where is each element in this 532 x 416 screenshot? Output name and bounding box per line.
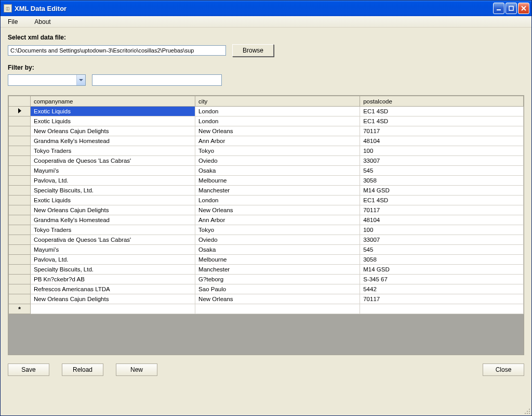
table-row[interactable]: New Orleans Cajun DelightsNew Orleans701… xyxy=(9,126,524,136)
cell-city[interactable]: Melbourne xyxy=(195,255,360,265)
cell-city[interactable]: Ann Arbor xyxy=(195,215,360,225)
browse-button[interactable]: Browse xyxy=(232,44,274,57)
table-row[interactable]: Mayumi'sOsaka545 xyxy=(9,245,524,255)
cell-postalcode[interactable]: 70117 xyxy=(360,126,524,136)
row-header[interactable] xyxy=(9,136,31,146)
table-row[interactable]: PB Kn?ckebr?d ABG?teborgS-345 67 xyxy=(9,275,524,284)
cell-companyname[interactable]: New Orleans Cajun Delights xyxy=(31,126,195,136)
resize-grip-icon[interactable] xyxy=(523,407,530,414)
table-row[interactable]: Pavlova, Ltd.Melbourne3058 xyxy=(9,176,524,186)
cell-postalcode[interactable]: 3058 xyxy=(360,176,524,186)
cell-city[interactable]: G?teborg xyxy=(195,275,360,284)
cell-city[interactable]: New Orleans xyxy=(195,126,360,136)
cell-postalcode[interactable]: EC1 4SD xyxy=(360,196,524,205)
cell-postalcode[interactable] xyxy=(360,304,524,314)
cell-postalcode[interactable]: 48104 xyxy=(360,215,524,225)
row-header[interactable] xyxy=(9,255,31,265)
titlebar[interactable]: ◫ XML Data Editor xyxy=(1,1,531,16)
row-header[interactable] xyxy=(9,205,31,215)
cell-city[interactable]: Tokyo xyxy=(195,225,360,235)
cell-postalcode[interactable]: 70117 xyxy=(360,294,524,304)
combobox-dropdown-button[interactable] xyxy=(76,75,85,85)
cell-companyname[interactable]: Specialty Biscuits, Ltd. xyxy=(31,186,195,196)
row-header[interactable] xyxy=(9,225,31,235)
row-header[interactable] xyxy=(9,166,31,176)
menu-about[interactable]: About xyxy=(31,17,54,27)
cell-city[interactable]: Manchester xyxy=(195,186,360,196)
cell-companyname[interactable]: Tokyo Traders xyxy=(31,146,195,156)
cell-postalcode[interactable]: 48104 xyxy=(360,136,524,146)
cell-postalcode[interactable]: EC1 4SD xyxy=(360,116,524,126)
table-row[interactable]: Refrescos Americanas LTDASao Paulo5442 xyxy=(9,284,524,294)
cell-postalcode[interactable]: M14 GSD xyxy=(360,186,524,196)
cell-city[interactable] xyxy=(195,304,360,314)
table-row[interactable]: New Orleans Cajun DelightsNew Orleans701… xyxy=(9,205,524,215)
table-row[interactable]: Tokyo TradersTokyo100 xyxy=(9,225,524,235)
column-header-city[interactable]: city xyxy=(195,96,360,107)
cell-companyname[interactable]: PB Kn?ckebr?d AB xyxy=(31,275,195,284)
cell-companyname[interactable]: Exotic Liquids xyxy=(31,116,195,126)
new-button[interactable]: New xyxy=(116,363,157,376)
cell-postalcode[interactable]: 70117 xyxy=(360,205,524,215)
table-row[interactable]: Cooperativa de Quesos 'Las Cabras'Oviedo… xyxy=(9,235,524,245)
row-header[interactable] xyxy=(9,146,31,156)
table-row[interactable]: Specialty Biscuits, Ltd.ManchesterM14 GS… xyxy=(9,186,524,196)
cell-companyname[interactable]: Specialty Biscuits, Ltd. xyxy=(31,265,195,275)
table-row[interactable]: Pavlova, Ltd.Melbourne3058 xyxy=(9,255,524,265)
file-path-input[interactable] xyxy=(8,45,226,56)
row-header[interactable] xyxy=(9,265,31,275)
reload-button[interactable]: Reload xyxy=(62,363,103,376)
cell-city[interactable]: Oviedo xyxy=(195,156,360,166)
column-header-companyname[interactable]: companyname xyxy=(31,96,195,107)
cell-companyname[interactable] xyxy=(31,304,195,314)
cell-postalcode[interactable]: 3058 xyxy=(360,255,524,265)
cell-city[interactable]: Melbourne xyxy=(195,176,360,186)
table-row[interactable]: Grandma Kelly's HomesteadAnn Arbor48104 xyxy=(9,215,524,225)
cell-companyname[interactable]: Grandma Kelly's Homestead xyxy=(31,136,195,146)
table-row[interactable]: Specialty Biscuits, Ltd.ManchesterM14 GS… xyxy=(9,265,524,275)
table-row[interactable]: Exotic LiquidsLondonEC1 4SD xyxy=(9,196,524,205)
cell-city[interactable]: Ann Arbor xyxy=(195,136,360,146)
row-header[interactable] xyxy=(9,107,31,116)
table-row[interactable]: Grandma Kelly's HomesteadAnn Arbor48104 xyxy=(9,136,524,146)
table-row[interactable]: Tokyo TradersTokyo100 xyxy=(9,146,524,156)
cell-companyname[interactable]: New Orleans Cajun Delights xyxy=(31,294,195,304)
table-row[interactable]: New Orleans Cajun DelightsNew Orleans701… xyxy=(9,294,524,304)
cell-companyname[interactable]: Pavlova, Ltd. xyxy=(31,176,195,186)
row-header[interactable] xyxy=(9,186,31,196)
data-grid[interactable]: companynamecitypostalcode Exotic Liquids… xyxy=(8,95,524,355)
cell-postalcode[interactable]: EC1 4SD xyxy=(360,107,524,116)
cell-city[interactable]: New Orleans xyxy=(195,205,360,215)
menu-file[interactable]: File xyxy=(5,17,21,27)
new-row-indicator[interactable]: * xyxy=(9,304,31,314)
row-header[interactable] xyxy=(9,176,31,186)
row-header[interactable] xyxy=(9,245,31,255)
cell-city[interactable]: London xyxy=(195,116,360,126)
cell-companyname[interactable]: New Orleans Cajun Delights xyxy=(31,205,195,215)
cell-companyname[interactable]: Pavlova, Ltd. xyxy=(31,255,195,265)
cell-postalcode[interactable]: 33007 xyxy=(360,156,524,166)
table-row[interactable]: Exotic LiquidsLondonEC1 4SD xyxy=(9,116,524,126)
save-button[interactable]: Save xyxy=(8,363,49,376)
cell-postalcode[interactable]: 100 xyxy=(360,225,524,235)
close-window-button[interactable] xyxy=(518,3,529,14)
cell-city[interactable]: London xyxy=(195,196,360,205)
filter-value-input[interactable] xyxy=(92,74,222,86)
cell-postalcode[interactable]: 545 xyxy=(360,166,524,176)
grid-corner[interactable] xyxy=(9,96,31,107)
cell-city[interactable]: Manchester xyxy=(195,265,360,275)
cell-companyname[interactable]: Grandma Kelly's Homestead xyxy=(31,215,195,225)
cell-companyname[interactable]: Exotic Liquids xyxy=(31,107,195,116)
table-row[interactable]: Cooperativa de Quesos 'Las Cabras'Oviedo… xyxy=(9,156,524,166)
table-row[interactable]: Mayumi'sOsaka545 xyxy=(9,166,524,176)
row-header[interactable] xyxy=(9,284,31,294)
cell-city[interactable]: New Orleans xyxy=(195,294,360,304)
cell-postalcode[interactable]: 33007 xyxy=(360,235,524,245)
cell-postalcode[interactable]: 545 xyxy=(360,245,524,255)
cell-city[interactable]: Osaka xyxy=(195,245,360,255)
cell-city[interactable]: Osaka xyxy=(195,166,360,176)
minimize-button[interactable] xyxy=(493,3,504,14)
row-header[interactable] xyxy=(9,275,31,284)
cell-postalcode[interactable]: M14 GSD xyxy=(360,265,524,275)
row-header[interactable] xyxy=(9,126,31,136)
